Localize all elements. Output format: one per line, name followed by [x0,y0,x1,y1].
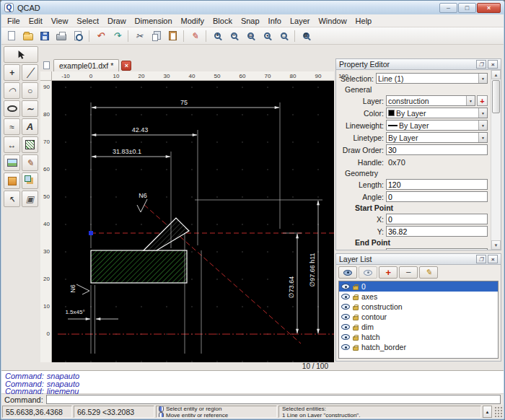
tool-select-button[interactable] [4,46,38,63]
zoom-previous-button[interactable] [259,28,275,43]
titlebar[interactable]: Q QCAD [1,1,504,14]
lock-icon[interactable] [353,316,359,320]
close-button[interactable] [477,3,501,13]
chevron-down-icon[interactable] [478,108,487,118]
menu-draw[interactable]: Draw [103,16,131,26]
copy-button[interactable] [148,28,164,43]
dim-label-4243[interactable]: 42.43 [132,126,149,134]
length-input[interactable] [386,179,488,190]
start-x-input[interactable] [386,214,488,224]
eye-icon[interactable] [341,304,350,310]
eye-icon[interactable] [341,294,350,299]
eye-icon[interactable] [341,334,350,340]
add-layer-button[interactable] [379,266,398,279]
lock-icon[interactable] [353,326,359,331]
eye-icon[interactable] [341,314,350,320]
menu-window[interactable]: Window [314,16,351,26]
lock-icon[interactable] [353,296,359,300]
layer-row[interactable]: axes [339,292,498,302]
minimize-button[interactable] [439,3,457,13]
zoom-pan-button[interactable] [298,28,314,43]
resize-grip[interactable] [493,406,503,418]
layer-row[interactable]: dim [339,322,498,332]
redo-button[interactable] [109,28,125,43]
layer-row[interactable]: construction [339,302,498,312]
tool-modify-button[interactable] [4,191,20,207]
menu-help[interactable]: Help [351,16,377,26]
layer-row[interactable]: hatch [339,332,498,342]
tool-block-button[interactable] [4,172,20,189]
end-x-input[interactable] [386,248,488,250]
lock-icon[interactable] [353,346,359,351]
scrollbar-track[interactable] [491,79,501,240]
tool-shapes-button[interactable] [22,172,38,189]
edit-layer-button[interactable] [419,266,438,279]
eye-icon[interactable] [341,284,350,289]
chevron-down-icon[interactable] [478,133,487,142]
panel-close-button[interactable] [488,255,498,263]
selection-handle[interactable] [89,231,93,235]
dim-label-3183[interactable]: 31.83±0.1 [113,148,141,155]
selection-select[interactable]: Line (1) [376,73,488,84]
layer-row[interactable]: 0 [339,281,498,292]
tool-ellipse-button[interactable] [4,100,20,117]
lock-icon[interactable] [353,286,359,290]
panel-float-button[interactable] [476,255,486,263]
menu-info[interactable]: Info [264,16,286,26]
save-file-button[interactable] [37,28,53,43]
tool-image-button[interactable] [4,154,20,171]
layer-row[interactable]: hatch_border [339,342,498,352]
draw-pencil-button[interactable] [187,28,203,43]
dim-label-dia-inner[interactable]: ∅73.64 [288,276,295,298]
command-input[interactable] [46,395,501,404]
hatched-section[interactable] [91,250,187,283]
paste-button[interactable] [164,28,180,43]
property-editor-scrollbar[interactable] [491,70,501,250]
chevron-down-icon[interactable] [466,96,475,105]
eye-icon[interactable] [341,344,350,350]
lock-icon[interactable] [353,336,359,341]
layer-select[interactable]: construction [386,95,475,106]
start-y-input[interactable] [386,226,488,237]
tool-point-button[interactable] [4,64,20,81]
tool-circle-button[interactable] [22,82,38,99]
dim-label-dia-outer[interactable]: ∅97.66 h11 [309,253,316,286]
show-all-layers-button[interactable] [338,266,357,279]
lineweight-select[interactable]: By Layer [386,120,488,131]
print-button[interactable] [53,28,69,43]
panel-float-button[interactable] [476,60,486,69]
chevron-down-icon[interactable] [478,74,487,83]
remove-layer-button[interactable] [399,266,418,279]
tool-freehand-button[interactable] [4,118,20,135]
open-file-button[interactable] [20,28,36,43]
tool-line-button[interactable] [22,64,38,81]
tab-close-button[interactable] [121,61,131,71]
panel-close-button[interactable] [488,60,498,69]
tool-text-button[interactable] [22,118,38,135]
property-editor-titlebar[interactable]: Property Editor [336,59,501,70]
tool-arc-button[interactable] [4,82,20,99]
print-preview-button[interactable] [70,28,86,43]
add-layer-button[interactable]: + [477,95,488,106]
menu-block[interactable]: Block [208,16,237,26]
tool-box3d-button[interactable] [22,191,38,207]
menu-edit[interactable]: Edit [25,16,47,26]
maximize-button[interactable] [458,3,476,13]
menu-select[interactable]: Select [72,16,103,26]
chevron-down-icon[interactable] [478,121,487,130]
tool-brush-button[interactable] [22,154,38,171]
new-file-button[interactable] [4,28,19,43]
linetype-select[interactable]: By Layer [386,132,488,143]
layer-row[interactable]: contour [339,312,498,322]
cut-button[interactable] [131,28,147,43]
hide-all-layers-button[interactable] [359,266,377,279]
menu-snap[interactable]: Snap [237,16,264,26]
tool-dimension-button[interactable] [4,136,20,153]
zoom-out-button[interactable] [226,28,242,43]
tool-hatch-button[interactable] [22,136,38,153]
menu-modify[interactable]: Modify [177,16,208,26]
menu-layer[interactable]: Layer [286,16,315,26]
tool-spline-button[interactable] [22,100,38,117]
drawing-canvas[interactable]: 75 42.43 31.83±0.1 1.5x45° ∅73.64 ∅97.66… [52,81,334,362]
draw-order-input[interactable] [386,144,488,155]
